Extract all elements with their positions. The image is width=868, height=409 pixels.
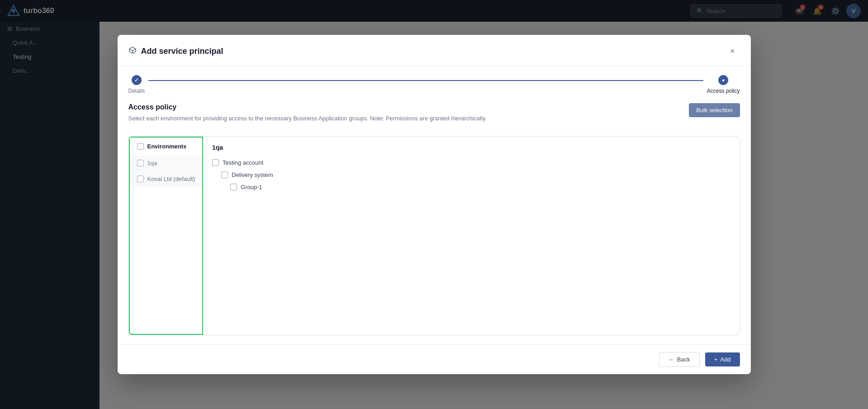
env-1qa-checkbox[interactable]	[137, 160, 144, 166]
content-area: Environments 1qa Kovai Ltd (default)	[128, 136, 740, 335]
step1-label: Details	[128, 88, 145, 94]
step2-circle: ●	[718, 75, 728, 85]
service-principal-icon	[128, 46, 137, 56]
back-button[interactable]: ← Back	[659, 352, 700, 367]
group1-label: Group-1	[241, 184, 262, 190]
group1-checkbox[interactable]	[230, 184, 237, 190]
stepper: ✓ Details ● Access policy	[118, 66, 751, 103]
modal-body: Access policy Select each environment fo…	[118, 103, 751, 344]
step1-circle: ✓	[132, 75, 142, 85]
section-description: Select each environment for providing ac…	[128, 115, 487, 122]
rights-item-testing-account[interactable]: Testing account	[212, 157, 730, 169]
environments-header: Environments	[130, 138, 203, 155]
step-details: ✓ Details	[128, 75, 145, 94]
environments-label: Environments	[147, 143, 187, 150]
delivery-system-label: Delivery system	[232, 171, 273, 178]
bulk-selection-button[interactable]: Bulk selection	[689, 103, 740, 117]
modal-overlay: Add service principal × ✓ Details ● Acce…	[0, 0, 868, 409]
close-button[interactable]: ×	[726, 44, 740, 58]
step-connector	[148, 80, 703, 81]
testing-account-label: Testing account	[223, 159, 263, 166]
modal-header: Add service principal ×	[118, 35, 751, 66]
rights-env-title: 1qa	[212, 144, 730, 151]
env-kovai-checkbox[interactable]	[137, 176, 144, 182]
env-item-1qa[interactable]: 1qa	[130, 155, 203, 171]
env-1qa-label: 1qa	[147, 160, 157, 166]
add-button[interactable]: + Add	[705, 352, 740, 366]
modal-footer: ← Back + Add	[118, 344, 751, 374]
step-access-policy: ● Access policy	[707, 75, 740, 94]
env-kovai-label: Kovai Ltd (default)	[147, 176, 195, 182]
section-title: Access policy	[128, 103, 487, 111]
environments-panel: Environments 1qa Kovai Ltd (default)	[129, 137, 204, 335]
env-all-checkbox[interactable]	[137, 143, 144, 150]
back-label: Back	[677, 356, 690, 363]
delivery-system-checkbox[interactable]	[221, 171, 228, 178]
back-arrow-icon: ←	[669, 356, 674, 363]
env-item-kovai[interactable]: Kovai Ltd (default)	[130, 171, 203, 187]
modal-dialog: Add service principal × ✓ Details ● Acce…	[118, 35, 751, 374]
rights-item-delivery-system[interactable]: Delivery system	[212, 169, 730, 181]
plus-icon: +	[714, 356, 718, 363]
modal-title: Add service principal	[141, 47, 223, 56]
rights-panel: 1qa Testing account Delivery system	[203, 137, 739, 335]
rights-item-group1[interactable]: Group-1	[212, 181, 730, 193]
testing-account-checkbox[interactable]	[212, 159, 219, 166]
add-label: Add	[720, 356, 730, 363]
step2-label: Access policy	[707, 88, 740, 94]
